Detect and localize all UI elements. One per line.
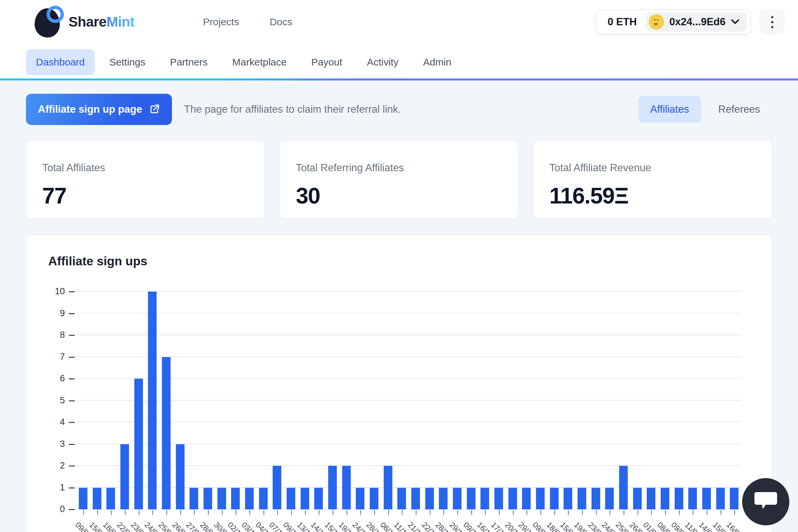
y-axis-tick-mark [69,357,75,358]
chart-column: 04/10 [256,291,270,509]
x-axis-tick-mark [665,510,666,515]
chart-column: 28/11 [436,291,450,509]
external-link-icon [149,104,160,115]
chat-widget-button[interactable] [742,478,790,525]
chart-column: 24/02 [603,291,617,509]
affiliate-signups-chart-card: Affiliate sign ups 09/0915/0918/0922/092… [26,235,772,532]
chart-column: 09/09 [76,291,90,509]
affiliate-signups-bar-chart: 09/0915/0918/0922/0923/0924/0925/0926/09… [26,291,772,532]
x-axis-tick-mark [235,510,236,515]
x-axis-tick-mark [166,510,167,515]
x-axis-tick-mark [83,510,84,515]
x-axis-tick-mark [208,510,209,515]
chart-column: 09/01 [533,291,547,509]
x-axis-tick-mark [305,510,306,515]
chart-column: 25/09 [159,291,173,509]
x-axis-tick-mark [457,510,458,515]
action-row: Affiliate sign up page The page for affi… [26,94,772,125]
chart-column: 15/09 [90,291,104,509]
y-axis-tick-mark [69,400,75,401]
tab-admin[interactable]: Admin [413,49,461,75]
chart-column: 21/11 [408,291,423,509]
tab-payout[interactable]: Payout [301,49,352,75]
sharemint-logo[interactable]: Share Mint [35,6,135,38]
x-axis-tick-mark [291,510,292,515]
bar-28/11 [439,488,448,510]
x-axis-tick-mark [111,510,112,515]
wallet-pill: 0 ETH 0x24...9Ed6 [595,9,751,35]
chart-column: 18/09 [104,291,118,509]
bar-09/12 [467,488,475,510]
y-axis-tick-label: 7 [26,352,65,362]
tab-dashboard[interactable]: Dashboard [26,49,95,75]
chart-bars: 09/0915/0918/0922/0923/0924/0925/0926/09… [76,291,741,509]
chart-column: 29/12 [520,291,534,509]
y-axis-tick-label: 1 [26,482,65,493]
y-axis-tick-label: 8 [26,330,65,340]
chart-column: 23/02 [589,291,603,509]
chart-column: 15/02 [561,291,575,509]
top-header: Share Mint ProjectsDocs 0 ETH 0x24...9Ed… [0,0,798,44]
y-axis-tick-mark [69,313,75,314]
x-axis-tick-mark [679,510,680,515]
tab-partners[interactable]: Partners [160,49,217,75]
x-axis-tick-mark [734,510,735,515]
x-axis-tick-mark [194,510,195,515]
wallet-address-button[interactable]: 0x24...9Ed6 [646,12,747,32]
stat-label: Total Referring Affiliates [296,162,502,174]
bar-15/02 [564,488,572,510]
sharemint-logo-icon [35,6,61,38]
affiliate-signup-description: The page for affiliates to claim their r… [184,103,401,115]
x-axis-tick-mark [319,510,320,515]
x-axis-tick-mark [139,510,140,515]
main-content: Affiliate sign up page The page for affi… [0,80,798,532]
chart-column: 20/12 [506,291,520,509]
chart-column: 19/02 [575,291,589,509]
chart-column: 15/03 [714,291,727,509]
tab-underline-gradient [0,78,798,80]
bar-16/03 [730,488,739,510]
x-axis-tick-mark [443,510,444,515]
chart-column: 22/09 [118,291,132,509]
x-axis-tick-mark [249,510,250,515]
chart-column: 19/10 [340,291,354,509]
kebab-menu-icon[interactable] [759,9,785,35]
x-axis-tick-mark [596,510,597,515]
x-axis-tick-mark [416,510,417,515]
x-axis-tick-mark [692,510,694,515]
x-axis-tick-mark [540,510,541,515]
wallet-area: 0 ETH 0x24...9Ed6 [595,9,785,35]
bar-06/11 [384,466,392,509]
affiliate-signup-page-label: Affiliate sign up page [38,103,142,115]
y-axis-tick-mark [69,509,75,510]
bar-09/01 [536,488,545,510]
y-axis-tick-mark [69,378,75,379]
toggle-referees[interactable]: Referees [706,96,772,123]
bar-24/02 [605,488,614,510]
chart-column: 23/09 [132,291,146,509]
nav-item-docs[interactable]: Docs [270,16,292,27]
bar-29/12 [522,488,531,510]
chart-title: Affiliate sign ups [48,254,772,268]
tabs: DashboardSettingsPartnersMarketplacePayo… [26,49,461,75]
chart-column: 27/09 [187,291,201,509]
bar-04/10 [259,488,268,510]
bar-15/10 [328,466,337,509]
affiliates-referees-toggle: AffiliatesReferees [639,96,772,123]
affiliate-signup-page-button[interactable]: Affiliate sign up page [26,94,172,125]
y-axis-tick-label: 3 [26,439,65,449]
chart-column: 09/10 [284,291,298,509]
nav-item-projects[interactable]: Projects [203,16,239,27]
x-axis-tick-mark [499,510,500,515]
chart-column: 13/10 [298,291,312,509]
tab-activity[interactable]: Activity [357,49,408,75]
toggle-affiliates[interactable]: Affiliates [639,96,701,123]
x-axis-tick-mark [97,510,98,515]
x-axis-tick-mark [526,510,527,515]
tab-marketplace[interactable]: Marketplace [223,49,297,75]
bar-09/09 [79,488,88,510]
tab-settings[interactable]: Settings [99,49,155,75]
y-axis-tick-mark [69,335,75,336]
x-axis-tick-mark [388,510,389,515]
chart-column: 28/09 [201,291,215,509]
